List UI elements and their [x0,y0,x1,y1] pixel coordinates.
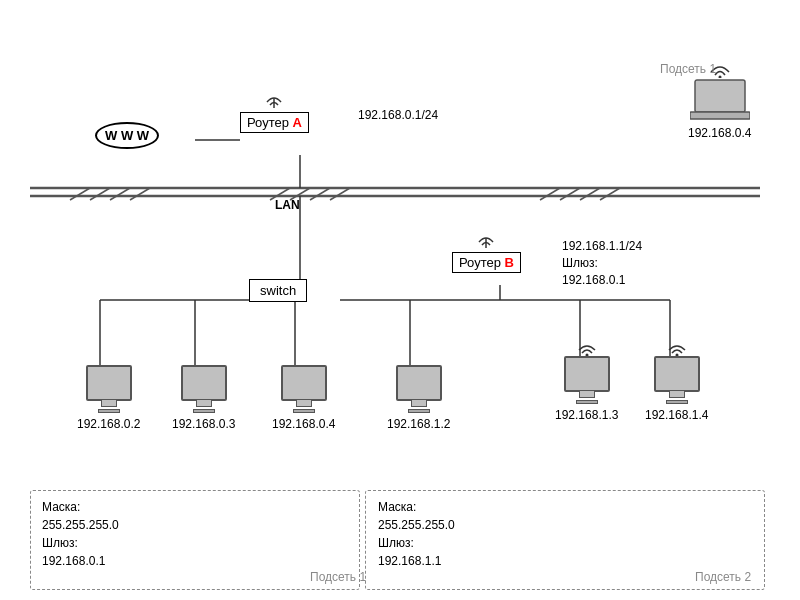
router-b-info: 192.168.1.1/24 Шлюз: 192.168.0.1 [562,238,642,288]
router-b-label: Роутер В [452,252,521,273]
ip-1-2: 192.168.1.2 [387,417,450,431]
subnet2-info: Маска: 255.255.255.0 Шлюз: 192.168.1.1 [378,498,455,570]
router-b-node: Роутер В [452,228,521,273]
computer-1-4-wifi [667,340,687,356]
svg-line-5 [130,188,150,200]
svg-rect-30 [695,80,745,112]
switch-label: switch [249,279,307,302]
svg-line-2 [70,188,90,200]
svg-line-12 [580,188,600,200]
computer-0-4: 192.168.0.4 [272,365,335,431]
ip-1-4: 192.168.1.4 [645,408,708,422]
www-node: W W W [95,122,159,149]
ip-0-4: 192.168.0.4 [272,417,335,431]
computer-1-2: 192.168.1.2 [387,365,450,431]
router-b-antenna [475,228,497,252]
router-a-ip: 192.168.0.1/24 [358,108,438,122]
computer-1-4: 192.168.1.4 [645,340,708,422]
ip-0-2: 192.168.0.2 [77,417,140,431]
router-a-antenna [263,88,285,112]
svg-line-9 [330,188,350,200]
laptop-subnet1-ip: 192.168.0.4 [688,126,751,140]
laptop-icon [690,78,750,124]
lan-label: LAN [275,198,300,212]
svg-line-3 [90,188,110,200]
svg-line-4 [110,188,130,200]
svg-line-8 [310,188,330,200]
router-a-node: Роутер А [240,88,309,133]
ip-1-3: 192.168.1.3 [555,408,618,422]
computer-1-3: 192.168.1.3 [555,340,618,422]
subnet1-top-label: Подсеть 1 [660,62,716,76]
subnet1-corner-label: Подсеть 1 [310,570,366,584]
subnet2-corner-label: Подсеть 2 [695,570,751,584]
ip-0-3: 192.168.0.3 [172,417,235,431]
network-diagram: W W W Роутер А 192.168.0.1/24 LAN switch [0,0,800,600]
www-label: W W W [95,122,159,149]
svg-line-13 [600,188,620,200]
computer-0-3: 192.168.0.3 [172,365,235,431]
computer-1-3-wifi [577,340,597,356]
computer-0-2: 192.168.0.2 [77,365,140,431]
subnet1-info: Маска: 255.255.255.0 Шлюз: 192.168.0.1 [42,498,119,570]
switch-node: switch [249,279,307,302]
svg-rect-31 [690,112,750,119]
router-a-label: Роутер А [240,112,309,133]
svg-line-11 [560,188,580,200]
svg-line-10 [540,188,560,200]
